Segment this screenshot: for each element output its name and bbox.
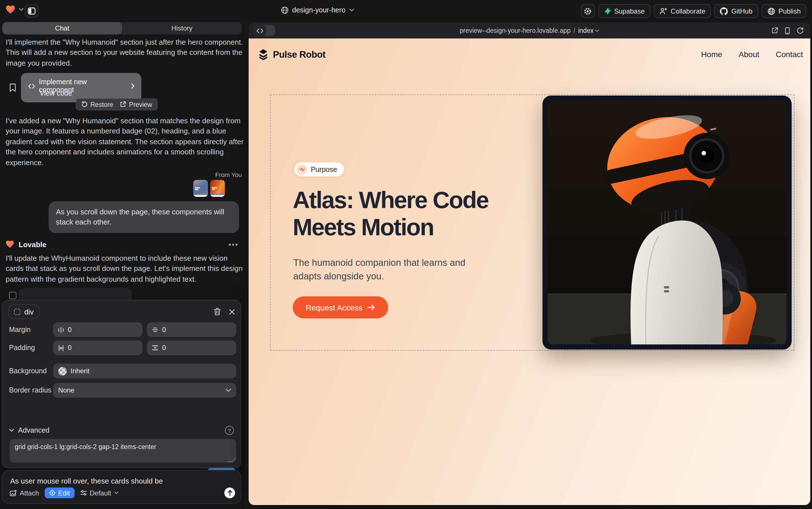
chevron-down-icon (9, 429, 14, 432)
padding-row: Padding 0 0 (9, 340, 236, 355)
publish-button[interactable]: Publish (762, 4, 806, 18)
padding-x-input[interactable]: 0 (53, 340, 142, 355)
nav-about[interactable]: About (739, 50, 759, 59)
pulse-icon (299, 167, 305, 172)
bookmark-icon[interactable] (9, 83, 16, 92)
component-edit-card[interactable]: Implement new component View code (21, 73, 141, 102)
site-viewport: Pulse Robot Home About Contact (249, 38, 810, 505)
tab-history[interactable]: History (122, 22, 242, 34)
border-radius-row: Border radius None (9, 383, 236, 398)
collaborate-button[interactable]: Collaborate (654, 4, 711, 18)
padding-y-input[interactable]: 0 (147, 340, 236, 355)
tailwind-classes-input[interactable]: grid grid-cols-1 lg:grid-cols-2 gap-12 i… (10, 439, 236, 463)
arrow-right-icon (368, 304, 375, 310)
attachment-thumbnail[interactable] (193, 180, 208, 197)
view-code-link[interactable]: View code (40, 89, 72, 97)
border-radius-select[interactable]: None (53, 383, 236, 398)
preview-pane: preview--design-your-hero.lovable.app / … (245, 21, 812, 509)
help-icon[interactable]: ? (225, 426, 234, 435)
site-logo[interactable]: Pulse Robot (258, 48, 326, 60)
restore-icon (81, 101, 87, 107)
supabase-button[interactable]: Supabase (598, 4, 651, 18)
github-icon (720, 7, 728, 15)
margin-horizontal-icon (58, 327, 64, 333)
chevron-down-icon (19, 8, 24, 11)
element-tag: div (24, 307, 34, 316)
message-hover-toolbar: Restore Preview (76, 98, 158, 110)
code-preview-toggle[interactable] (253, 25, 275, 36)
assistant-message: I've added a new "Why Humanoid" section … (6, 116, 244, 168)
topbar-actions: Supabase Collaborate GitHub (581, 4, 806, 18)
lovable-heart-icon (6, 240, 14, 248)
site-nav: Home About Contact (701, 50, 803, 59)
nav-contact[interactable]: Contact (776, 50, 803, 59)
margin-x-input[interactable]: 0 (53, 323, 142, 337)
preview-address-bar: preview--design-your-hero.lovable.app / … (249, 23, 810, 38)
chevron-down-icon (114, 491, 119, 494)
more-options-icon[interactable]: ••• (229, 240, 238, 249)
element-outline-icon (14, 308, 20, 315)
open-in-new-tab-icon[interactable] (771, 27, 778, 34)
selected-element-chip[interactable]: div (8, 304, 40, 319)
request-access-button[interactable]: Request Access (293, 296, 389, 318)
close-icon[interactable] (229, 308, 235, 315)
refresh-icon[interactable] (797, 27, 804, 34)
project-switcher[interactable]: design-your-hero (281, 4, 354, 16)
assistant-header: Lovable ••• (6, 240, 238, 249)
element-inspector-panel: div Margin 0 (2, 300, 241, 468)
assistant-message: I'll update the WhyHumanoid component to… (6, 253, 243, 285)
background-row: Background Inherit (9, 364, 236, 378)
gear-icon (584, 7, 592, 15)
composer-draft-text[interactable]: As user mouse roll over, these cards sho… (10, 477, 163, 485)
background-input[interactable]: Inherit (53, 364, 236, 378)
settings-button[interactable] (581, 4, 595, 18)
target-icon (49, 490, 56, 496)
mobile-view-icon[interactable] (785, 27, 790, 34)
preview-page-select[interactable]: index (578, 27, 599, 34)
sliders-icon (80, 490, 87, 496)
chevron-down-icon (595, 29, 599, 32)
external-link-icon (120, 101, 126, 107)
layers-logo-icon (258, 48, 269, 60)
send-button[interactable] (224, 487, 235, 498)
edit-mode-button[interactable]: Edit (45, 487, 74, 498)
chevron-down-icon (225, 388, 231, 392)
margin-y-input[interactable]: 0 (147, 323, 236, 337)
margin-row: Margin 0 0 (9, 323, 236, 337)
image-plus-icon (10, 489, 17, 496)
attach-button[interactable]: Attach (10, 489, 39, 497)
preview-browser: preview--design-your-hero.lovable.app / … (249, 23, 810, 505)
assistant-name: Lovable (19, 240, 46, 248)
project-name: design-your-hero (292, 6, 345, 14)
restore-button[interactable]: Restore (81, 101, 113, 108)
preview-button[interactable]: Preview (120, 101, 152, 108)
chevron-right-icon (131, 83, 135, 89)
tab-chat[interactable]: Chat (2, 22, 122, 34)
padding-horizontal-icon (58, 345, 64, 351)
hero-subheading: The humanoid companion that learns and a… (293, 256, 482, 283)
globe-icon (281, 6, 289, 14)
preview-url[interactable]: preview--design-your-hero.lovable.app / … (460, 27, 599, 34)
workspace-menu[interactable] (6, 5, 24, 14)
robot-image (548, 101, 786, 344)
github-button[interactable]: GitHub (714, 4, 758, 18)
panel-left-icon (28, 7, 36, 14)
attachment-thumbnails (193, 180, 225, 197)
attachment-thumbnail[interactable] (210, 180, 225, 197)
nav-home[interactable]: Home (701, 50, 723, 59)
model-mode-select[interactable]: Default (80, 489, 118, 497)
globe-icon (767, 7, 775, 15)
assistant-message: I'll implement the "Why Humanoid" sectio… (6, 37, 243, 69)
chat-history-tabs: Chat History (2, 22, 242, 34)
sidebar-toggle-button[interactable] (25, 4, 38, 18)
people-plus-icon (659, 7, 667, 15)
lovable-logo-icon (6, 5, 15, 14)
margin-vertical-icon (152, 327, 158, 333)
transparency-swatch-icon (58, 367, 67, 375)
code-icon (253, 25, 266, 36)
trash-icon[interactable] (214, 308, 221, 315)
advanced-section-toggle[interactable]: Advanced ? (9, 426, 234, 435)
padding-vertical-icon (152, 345, 158, 351)
chat-composer[interactable]: As user mouse roll over, these cards sho… (2, 470, 241, 504)
site-header: Pulse Robot Home About Contact (258, 48, 803, 60)
